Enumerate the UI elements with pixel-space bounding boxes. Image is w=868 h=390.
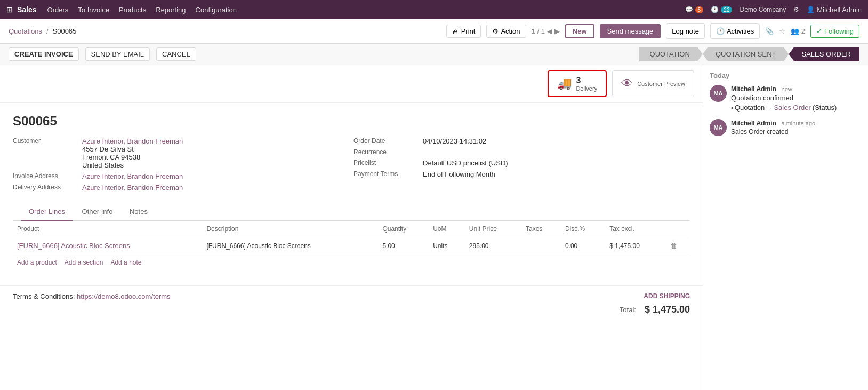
pricelist-row: Pricelist Default USD pricelist (USD) <box>353 159 690 167</box>
breadcrumb-parent[interactable]: Quotations <box>9 27 42 35</box>
form-fields-grid: Customer Azure Interior, Brandon Freeman… <box>13 137 690 195</box>
form-left-col: Customer Azure Interior, Brandon Freeman… <box>13 137 349 195</box>
total-value: $ 1,475.00 <box>645 304 690 315</box>
nav-orders[interactable]: Orders <box>47 6 69 14</box>
delivery-label: Delivery <box>576 85 597 92</box>
user-count-icon[interactable]: 👥 2 <box>791 27 805 35</box>
delivery-address-label: Delivery Address <box>13 184 82 191</box>
action-button[interactable]: ⚙ Action <box>486 25 526 38</box>
order-lines-table: Product Description Quantity UoM Unit Pr… <box>13 221 690 254</box>
total-row: Total: $ 1,475.00 <box>620 304 690 315</box>
tab-order-lines[interactable]: Order Lines <box>21 203 73 221</box>
col-tax-excl: Tax excl. <box>605 221 666 237</box>
delivery-count: 3 <box>576 76 597 85</box>
row-taxes <box>521 237 561 254</box>
msg-content-0: Mitchell Admin now Quotation confirmed •… <box>731 85 837 112</box>
form-body: S00065 Customer Azure Interior, Brandon … <box>0 103 703 281</box>
nav-configuration[interactable]: Configuration <box>196 6 237 14</box>
chatter-today-label: Today <box>710 71 862 79</box>
row-description: [FURN_6666] Acoustic Bloc Screens <box>202 237 378 254</box>
delivery-smart-button[interactable]: 🚚 3 Delivery <box>548 70 607 97</box>
order-date-row: Order Date 04/10/2023 14:31:02 <box>353 137 690 145</box>
log-note-button[interactable]: Log note <box>666 23 705 39</box>
add-shipping-button[interactable]: ADD SHIPPING <box>620 292 690 300</box>
print-button[interactable]: 🖨 Print <box>446 25 481 38</box>
customer-row: Customer Azure Interior, Brandon Freeman… <box>13 137 349 169</box>
brand-label: Sales <box>17 5 37 14</box>
delete-row-icon[interactable]: 🗑 <box>670 242 677 250</box>
messages-icon[interactable]: 💬 5 <box>685 6 704 13</box>
recurrence-label: Recurrence <box>353 148 423 156</box>
clock-icon-small: 🕐 <box>716 27 725 35</box>
customer-preview-smart-button[interactable]: 👁 Customer Preview <box>612 70 694 97</box>
status-link-0[interactable]: Sales Order <box>774 104 810 112</box>
product-link[interactable]: [FURN_6666] Acoustic Bloc Screens <box>17 242 130 250</box>
action-bar: CREATE INVOICE SEND BY EMAIL CANCEL QUOT… <box>0 44 868 65</box>
next-page-icon[interactable]: ▶ <box>554 27 560 35</box>
activities-button[interactable]: 🕐 Activities <box>710 23 760 39</box>
terms-section: Terms & Conditions: https://demo8.odoo.c… <box>13 292 171 300</box>
col-uom: UoM <box>429 221 465 237</box>
clock-badge: 22 <box>721 6 732 13</box>
form-right-col: Order Date 04/10/2023 14:31:02 Recurrenc… <box>353 137 690 195</box>
col-taxes: Taxes <box>521 221 561 237</box>
delivery-address-row: Delivery Address Azure Interior, Brandon… <box>13 184 349 192</box>
add-product-link[interactable]: Add a product <box>17 259 57 266</box>
tab-other-info[interactable]: Other Info <box>75 203 120 221</box>
nav-reporting[interactable]: Reporting <box>156 6 186 14</box>
col-description: Description <box>202 221 378 237</box>
create-invoice-button[interactable]: CREATE INVOICE <box>9 47 79 61</box>
payment-terms-row: Payment Terms End of Following Month <box>353 170 690 178</box>
settings-icon[interactable]: ⚙ <box>793 6 799 13</box>
preview-icon: 👁 <box>621 77 633 91</box>
star-icon[interactable]: ☆ <box>779 27 785 35</box>
msg-time-0: now <box>782 86 792 92</box>
msg-body-1: Sales Order created <box>731 128 815 136</box>
invoice-address-value[interactable]: Azure Interior, Brandon Freeman <box>82 172 183 180</box>
msg-author-1: Mitchell Admin <box>731 120 776 127</box>
prev-page-icon[interactable]: ◀ <box>547 27 552 35</box>
chatter-message-1: MA Mitchell Admin a minute ago Sales Ord… <box>710 119 862 136</box>
truck-icon: 🚚 <box>557 77 572 91</box>
send-by-email-button[interactable]: SEND BY EMAIL <box>85 47 150 61</box>
delivery-address-value[interactable]: Azure Interior, Brandon Freeman <box>82 184 183 192</box>
table-row: [FURN_6666] Acoustic Bloc Screens [FURN_… <box>13 237 690 254</box>
col-unit-price: Unit Price <box>465 221 521 237</box>
total-label: Total: <box>620 306 636 314</box>
step-sales-order[interactable]: SALES ORDER <box>789 47 859 61</box>
cancel-button[interactable]: CANCEL <box>156 47 196 61</box>
user-avatar[interactable]: 👤 Mitchell Admin <box>807 6 862 14</box>
col-product: Product <box>13 221 202 237</box>
tab-notes[interactable]: Notes <box>122 203 155 221</box>
order-date-label: Order Date <box>353 137 423 145</box>
pricelist-value: Default USD pricelist (USD) <box>423 159 508 167</box>
breadcrumb-actions: 🖨 Print ⚙ Action 1 / 1 ◀ ▶ New Send mess… <box>446 23 859 39</box>
following-button[interactable]: ✓ Following <box>810 25 859 38</box>
clock-icon[interactable]: 🕐 22 <box>711 6 732 13</box>
msg-body-0: Quotation confirmed • Quotation → Sales … <box>731 94 837 112</box>
send-message-button[interactable]: Send message <box>600 24 661 38</box>
terms-link[interactable]: https://demo8.odoo.com/terms <box>77 292 171 300</box>
nav-to-invoice[interactable]: To Invoice <box>78 6 109 14</box>
customer-name[interactable]: Azure Interior, Brandon Freeman <box>82 137 183 145</box>
add-row-links: Add a product Add a section Add a note <box>13 254 690 270</box>
invoice-address-label: Invoice Address <box>13 172 82 180</box>
attachment-icon[interactable]: 📎 <box>765 27 774 35</box>
recurrence-row: Recurrence <box>353 148 690 156</box>
order-date-value: 04/10/2023 14:31:02 <box>423 137 486 145</box>
new-button[interactable]: New <box>565 24 594 38</box>
avatar-0: MA <box>710 85 727 102</box>
customer-preview-label: Customer Preview <box>637 81 685 87</box>
add-section-link[interactable]: Add a section <box>65 259 103 266</box>
nav-products[interactable]: Products <box>119 6 146 14</box>
topnav-right: 💬 5 🕐 22 Demo Company ⚙ 👤 Mitchell Admin <box>685 6 862 14</box>
apps-icon[interactable]: ⊞ <box>6 5 13 14</box>
order-number: S00065 <box>13 114 690 129</box>
step-quotation-sent[interactable]: QUOTATION SENT <box>703 47 789 61</box>
msg-time-1: a minute ago <box>782 120 816 126</box>
add-note-link[interactable]: Add a note <box>110 259 141 266</box>
row-unit-price: 295.00 <box>465 237 521 254</box>
content-area: 🚚 3 Delivery 👁 Customer Preview S00065 <box>0 65 703 390</box>
company-label: Demo Company <box>740 6 786 13</box>
step-quotation[interactable]: QUOTATION <box>639 47 703 61</box>
